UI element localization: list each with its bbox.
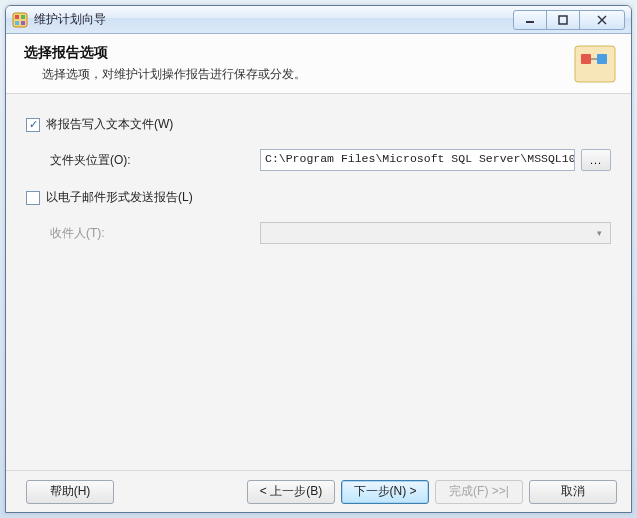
chevron-down-icon: ▾ <box>590 225 608 241</box>
next-button[interactable]: 下一步(N) > <box>341 480 429 504</box>
svg-rect-1 <box>15 15 19 19</box>
folder-row: 文件夹位置(O): C:\Program Files\Microsoft SQL… <box>26 149 611 171</box>
minimize-button[interactable] <box>513 10 547 30</box>
svg-rect-10 <box>581 54 591 64</box>
close-icon <box>596 14 608 26</box>
title-bar[interactable]: 维护计划向导 <box>6 6 631 34</box>
wizard-header: 选择报告选项 选择选项，对维护计划操作报告进行保存或分发。 <box>6 34 631 94</box>
page-title: 选择报告选项 <box>24 44 613 62</box>
email-report-row: 以电子邮件形式发送报告(L) <box>26 189 611 206</box>
maximize-icon <box>558 15 568 25</box>
cancel-button[interactable]: 取消 <box>529 480 617 504</box>
svg-rect-4 <box>21 21 25 25</box>
wizard-window: 维护计划向导 选择报告选项 选择选项，对维护计划操作报告进行保存或分发。 <box>5 5 632 513</box>
write-file-row: 将报告写入文本文件(W) <box>26 116 611 133</box>
email-report-checkbox[interactable] <box>26 191 40 205</box>
window-title: 维护计划向导 <box>34 11 514 28</box>
write-file-label[interactable]: 将报告写入文本文件(W) <box>46 116 173 133</box>
write-file-checkbox[interactable] <box>26 118 40 132</box>
wizard-content: 将报告写入文本文件(W) 文件夹位置(O): C:\Program Files\… <box>6 94 631 272</box>
svg-rect-11 <box>597 54 607 64</box>
browse-button[interactable]: ... <box>581 149 611 171</box>
page-subtitle: 选择选项，对维护计划操作报告进行保存或分发。 <box>24 66 613 83</box>
svg-rect-5 <box>526 21 534 23</box>
svg-rect-9 <box>575 46 615 82</box>
svg-rect-2 <box>21 15 25 19</box>
folder-label: 文件夹位置(O): <box>50 152 260 169</box>
app-icon <box>12 12 28 28</box>
finish-button: 完成(F) >>| <box>435 480 523 504</box>
svg-rect-3 <box>15 21 19 25</box>
folder-input[interactable]: C:\Program Files\Microsoft SQL Server\MS… <box>260 149 575 171</box>
window-controls <box>514 10 625 30</box>
minimize-icon <box>525 15 535 25</box>
recipient-combo: ▾ <box>260 222 611 244</box>
back-button[interactable]: < 上一步(B) <box>247 480 335 504</box>
close-button[interactable] <box>579 10 625 30</box>
recipient-label: 收件人(T): <box>50 225 260 242</box>
svg-rect-6 <box>559 16 567 24</box>
help-button[interactable]: 帮助(H) <box>26 480 114 504</box>
email-report-label[interactable]: 以电子邮件形式发送报告(L) <box>46 189 193 206</box>
wizard-footer: 帮助(H) < 上一步(B) 下一步(N) > 完成(F) >>| 取消 <box>6 470 631 512</box>
maximize-button[interactable] <box>546 10 580 30</box>
recipient-row: 收件人(T): ▾ <box>26 222 611 244</box>
wizard-graphic-icon <box>573 44 617 84</box>
